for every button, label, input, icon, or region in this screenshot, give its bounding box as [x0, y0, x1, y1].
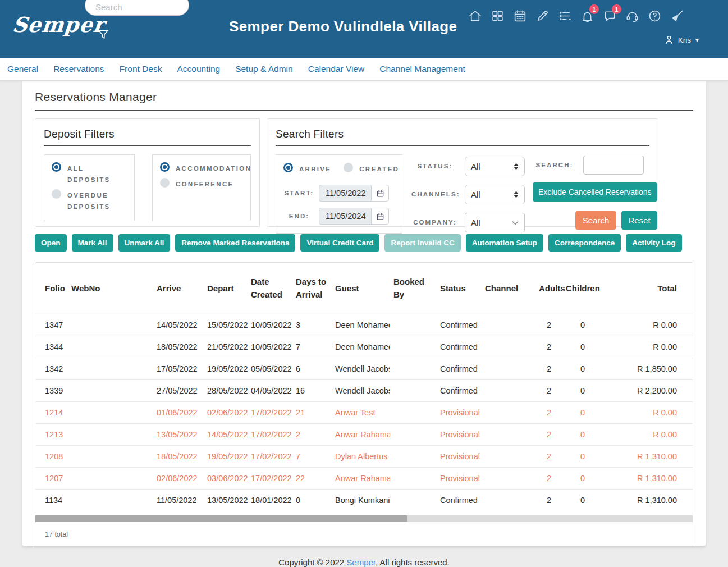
mark-all-button[interactable]: Mark All [72, 234, 113, 252]
automation-setup-button[interactable]: Automation Setup [466, 234, 543, 252]
remove-marked-reservations-button[interactable]: Remove Marked Reservations [175, 234, 295, 252]
cell-status: Provisional [437, 467, 482, 489]
report-invalid-cc-button[interactable]: Report Invalid CC [384, 234, 460, 252]
cell-webno [68, 379, 153, 401]
content-card: Reservations Manager Deposit Filters ALL… [22, 81, 706, 546]
reservation-row-1347[interactable]: 134714/05/202215/05/202210/05/20223Deen … [35, 314, 693, 336]
updown-arrows-icon [514, 163, 519, 170]
virtual-credit-card-button[interactable]: Virtual Credit Card [300, 234, 379, 252]
home-icon[interactable] [468, 9, 482, 23]
user-name: Kris [678, 36, 691, 44]
table-total: 17 total [35, 522, 693, 547]
support-headset-icon[interactable] [625, 9, 639, 23]
unmark-all-button[interactable]: Unmark All [118, 234, 171, 252]
nav-item-reservations[interactable]: Reservations [53, 64, 104, 74]
cell-status: Provisional [437, 401, 482, 423]
channels-select[interactable]: All [465, 185, 525, 204]
radio-unselected-icon[interactable] [52, 189, 61, 199]
nav-item-calendar-view[interactable]: Calendar View [308, 64, 365, 74]
notifications-bell-icon[interactable]: 1 [580, 9, 594, 23]
copyright-prefix: Copyright © 2022 [278, 557, 346, 567]
booking-type-group: ACCOMMODATIONCONFERENCE [152, 154, 251, 221]
housekeeping-broom-icon[interactable] [670, 9, 684, 23]
reservations-tbody: 134714/05/202215/05/202210/05/20223Deen … [35, 314, 693, 511]
radio-selected-icon[interactable] [160, 162, 170, 172]
semper-footer-link[interactable]: Semper [346, 557, 376, 567]
reservation-row-1342[interactable]: 134217/05/202219/05/202205/05/20226Wende… [35, 358, 693, 379]
task-list-icon[interactable] [558, 9, 572, 23]
start-date-calendar-button[interactable] [371, 185, 389, 202]
user-menu[interactable]: Kris ▼ [663, 34, 700, 45]
reservation-row-1339[interactable]: 133927/05/202228/05/202204/05/202216Wend… [35, 379, 693, 401]
open-button[interactable]: Open [35, 234, 67, 252]
radio-selected-icon[interactable] [283, 163, 293, 172]
deposit-overdue-deposits-radio[interactable]: OVERDUE DEPOSITS [52, 189, 127, 212]
deposit-all-deposits-radio[interactable]: ALL DEPOSITS [52, 162, 127, 185]
cell-created: 18/01/2022 [248, 489, 292, 511]
cell-folio: 1213 [35, 423, 68, 445]
calendar-icon[interactable] [513, 9, 527, 23]
nav-item-setup-admin[interactable]: Setup & Admin [235, 64, 293, 74]
reservation-row-1213[interactable]: 121313/05/202214/05/202217/02/20222Anwar… [35, 423, 693, 445]
search-filter-input[interactable] [583, 156, 644, 175]
reservation-row-1344[interactable]: 134418/05/202221/05/202210/05/20227Deen … [35, 336, 693, 358]
search-button[interactable]: Search [575, 211, 617, 230]
cell-arrive: 13/05/2022 [153, 423, 204, 445]
cell-guest: Anwar Rahama [332, 467, 390, 489]
date-mode-created-radio[interactable]: CREATED [344, 162, 399, 175]
booking-accommodation-radio[interactable]: ACCOMMODATION [160, 162, 243, 174]
reservation-row-1207[interactable]: 120702/06/202203/06/202217/02/202222Anwa… [35, 467, 693, 489]
reservation-row-1214[interactable]: 121401/06/202202/06/202217/02/202221Anwa… [35, 401, 693, 423]
reservation-row-1208[interactable]: 120818/05/202219/05/202217/02/20227Dylan… [35, 445, 693, 467]
nav-item-front-desk[interactable]: Front Desk [120, 64, 162, 74]
cell-channel [482, 423, 535, 445]
end-date-input[interactable] [319, 208, 371, 225]
deposit-filters-divider [44, 145, 251, 146]
exclude-cancelled-button[interactable]: Exclude Cancelled Reservations [533, 182, 657, 202]
cell-guest: Wendell Jacobs [332, 379, 390, 401]
status-select[interactable]: All [465, 157, 525, 176]
cell-arrive: 14/05/2022 [153, 314, 204, 336]
cell-adults: 2 [535, 336, 562, 358]
nav-item-channel-management[interactable]: Channel Management [379, 64, 465, 74]
filter-funnel-icon[interactable] [97, 28, 110, 42]
scrollbar-thumb[interactable] [35, 515, 407, 522]
cell-channel [482, 314, 535, 336]
cell-total: R 1,850.00 [603, 358, 693, 379]
radio-unselected-icon[interactable] [344, 163, 353, 172]
date-mode-arrive-radio[interactable]: ARRIVE [283, 162, 331, 175]
cell-days: 22 [292, 467, 332, 489]
messages-chat-icon[interactable]: 1 [603, 9, 617, 23]
company-select[interactable]: All [465, 213, 525, 232]
nav-item-general[interactable]: General [7, 64, 38, 74]
cell-depart: 13/05/2022 [204, 489, 248, 511]
activity-log-button[interactable]: Activity Log [626, 234, 681, 252]
cell-arrive: 11/05/2022 [153, 489, 204, 511]
cell-depart: 21/05/2022 [204, 336, 248, 358]
correspondence-button[interactable]: Correspondence [548, 234, 621, 252]
horizontal-scrollbar[interactable] [35, 515, 693, 522]
cell-created: 17/02/2022 [248, 401, 292, 423]
reservation-row-1134[interactable]: 113411/05/202213/05/202218/01/20220Bongi… [35, 489, 693, 511]
page-wrap: Reservations Manager Deposit Filters ALL… [0, 81, 728, 546]
global-search [85, 0, 189, 16]
help-icon[interactable] [648, 9, 662, 23]
start-date-input[interactable] [319, 185, 371, 202]
chevron-down-icon: ▼ [694, 37, 700, 43]
nav-item-accounting[interactable]: Accounting [177, 64, 220, 74]
semper-logo[interactable]: Semper [11, 12, 106, 37]
status-label: STATUS: [411, 161, 459, 171]
global-search-input[interactable] [94, 2, 208, 12]
column-header-children: Children [562, 263, 603, 314]
cell-arrive: 18/05/2022 [153, 336, 204, 358]
cell-days: 2 [292, 423, 332, 445]
end-date-calendar-button[interactable] [371, 208, 389, 225]
radio-selected-icon[interactable] [52, 162, 61, 172]
radio-unselected-icon[interactable] [160, 178, 170, 188]
edit-pencil-icon[interactable] [535, 9, 550, 23]
apps-grid-icon[interactable] [491, 9, 505, 23]
reset-button[interactable]: Reset [621, 211, 657, 230]
cell-booked_by [390, 314, 437, 336]
booking-conference-radio[interactable]: CONFERENCE [160, 177, 243, 190]
page-footer: Copyright © 2022 Semper, All rights rese… [0, 546, 728, 567]
